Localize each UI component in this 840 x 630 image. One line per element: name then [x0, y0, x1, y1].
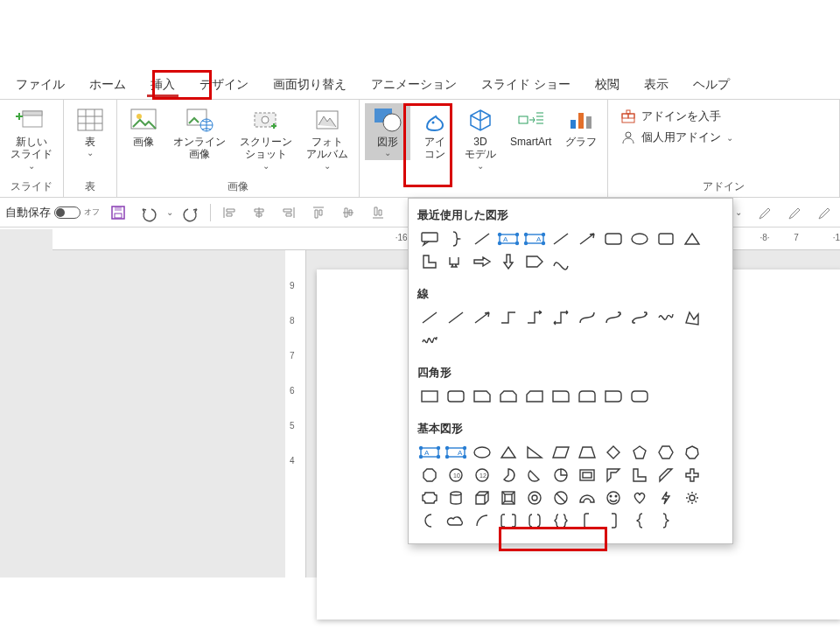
shape-rect7[interactable]: [575, 386, 599, 407]
align-right-button[interactable]: [277, 201, 300, 224]
tab-animations[interactable]: アニメーション: [359, 72, 469, 98]
shape-textbox-h2[interactable]: A: [417, 442, 442, 463]
shape-pentagon-arrow[interactable]: [522, 251, 547, 272]
tab-view[interactable]: 表示: [632, 72, 681, 98]
shape-can[interactable]: [444, 487, 468, 508]
smartart-button[interactable]: SmartArt: [505, 103, 556, 150]
save-button[interactable]: [107, 201, 130, 224]
align-bottom-button[interactable]: [367, 201, 389, 224]
shape-double-bracket-a[interactable]: [496, 510, 521, 531]
shape-rounded-rect[interactable]: [601, 228, 626, 249]
align-left-button[interactable]: [218, 201, 241, 224]
shape-line2[interactable]: [549, 228, 573, 249]
shapes-button[interactable]: 図形 ⌄: [365, 103, 410, 160]
new-slide-button[interactable]: 新しい スライド ⌄: [5, 103, 58, 173]
shape-hexagon[interactable]: [654, 442, 678, 463]
shape-donut[interactable]: [522, 487, 547, 508]
eyedropper-fill-button[interactable]: [752, 201, 775, 224]
shape-curve[interactable]: [549, 251, 573, 272]
shape-textbox-h[interactable]: A: [496, 228, 521, 249]
shape-cube[interactable]: [470, 487, 494, 508]
pictures-button[interactable]: 画像: [122, 103, 164, 150]
shape-right-brace2[interactable]: [654, 510, 678, 531]
qat-overflow-icon[interactable]: ⌄: [735, 207, 742, 217]
shape-diamond[interactable]: [601, 442, 626, 463]
3dmodels-button[interactable]: 3D モデル ⌄: [459, 103, 501, 173]
redo-button[interactable]: [180, 201, 203, 224]
shape-left-bracket[interactable]: [575, 510, 599, 531]
shape-rect6[interactable]: [549, 386, 573, 407]
shape-callout[interactable]: [417, 228, 442, 249]
shape-cloud[interactable]: [444, 510, 468, 531]
shape-u-turn[interactable]: [444, 251, 468, 272]
shape-elbow[interactable]: [496, 307, 521, 328]
shape-bevel[interactable]: [496, 487, 521, 508]
tab-review[interactable]: 校閲: [583, 72, 632, 98]
shape-rect8[interactable]: [601, 386, 626, 407]
shape-smiley[interactable]: [601, 487, 626, 508]
shape-scribble[interactable]: [417, 330, 442, 351]
shape-right-brace[interactable]: [444, 228, 468, 249]
align-top-button[interactable]: [307, 201, 330, 224]
shape-elbow-double[interactable]: [549, 307, 573, 328]
shape-rect2[interactable]: [444, 386, 468, 407]
tab-design[interactable]: デザイン: [187, 72, 261, 98]
tab-transitions[interactable]: 画面切り替え: [261, 72, 359, 98]
shape-double-brace[interactable]: [549, 510, 573, 531]
shape-curve-conn[interactable]: [575, 307, 599, 328]
shape-l-shape2[interactable]: [627, 465, 652, 486]
chart-button[interactable]: グラフ: [560, 103, 602, 150]
shape-frame[interactable]: [575, 465, 599, 486]
shape-freeform-poly[interactable]: [680, 307, 704, 328]
shape-sun[interactable]: [680, 487, 704, 508]
shape-freeform-curve[interactable]: [654, 307, 678, 328]
tab-slideshow[interactable]: スライド ショー: [469, 72, 583, 98]
undo-button[interactable]: [136, 201, 159, 224]
tab-insert[interactable]: 挿入: [138, 72, 187, 98]
shape-trapezoid[interactable]: [575, 442, 599, 463]
shape-line-arrow[interactable]: [470, 307, 494, 328]
shape-rect4[interactable]: [496, 386, 521, 407]
shape-diag-stripe[interactable]: [654, 465, 678, 486]
tab-file[interactable]: ファイル: [4, 72, 77, 98]
tab-home[interactable]: ホーム: [77, 72, 138, 98]
shape-octagon[interactable]: [417, 465, 442, 486]
photo-album-button[interactable]: フォト アルバム ⌄: [301, 103, 354, 173]
eyedropper-line-button[interactable]: [782, 201, 805, 224]
screenshot-button[interactable]: スクリーン ショット ⌄: [234, 103, 298, 173]
align-center-h-button[interactable]: [248, 201, 270, 224]
undo-dropdown-icon[interactable]: ⌄: [166, 207, 173, 217]
shape-no-symbol[interactable]: [549, 487, 573, 508]
shape-half-frame[interactable]: [601, 465, 626, 486]
shape-lightning[interactable]: [654, 487, 678, 508]
shape-cross[interactable]: [680, 465, 704, 486]
shape-curve-arrow[interactable]: [601, 307, 626, 328]
shape-arrow-line[interactable]: [575, 228, 599, 249]
shape-plaque[interactable]: [417, 487, 442, 508]
shape-block-arc[interactable]: [575, 487, 599, 508]
shape-line-a[interactable]: [417, 307, 442, 328]
shape-rect3[interactable]: [470, 386, 494, 407]
shape-rect9[interactable]: [627, 386, 652, 407]
eyedropper-font-button[interactable]: [812, 201, 835, 224]
get-addins-button[interactable]: アドインを入手: [620, 108, 733, 124]
shape-pie[interactable]: [496, 465, 521, 486]
shape-rect1[interactable]: [417, 386, 442, 407]
shape-chord[interactable]: [522, 465, 547, 486]
shape-dodecagon[interactable]: 12: [470, 465, 494, 486]
shape-left-brace[interactable]: [627, 510, 652, 531]
shape-line-b[interactable]: [444, 307, 468, 328]
shape-textbox-v[interactable]: A: [522, 228, 547, 249]
align-middle-v-button[interactable]: [337, 201, 360, 224]
shape-moon[interactable]: [417, 510, 442, 531]
shape-heptagon[interactable]: [680, 442, 704, 463]
table-button[interactable]: 表 ⌄: [69, 103, 111, 160]
shape-decagon[interactable]: 10: [444, 465, 468, 486]
shape-double-bracket-b[interactable]: [522, 510, 547, 531]
shape-curve-double[interactable]: [627, 307, 652, 328]
autosave-toggle[interactable]: 自動保存 オフ: [5, 205, 100, 220]
shape-right-triangle[interactable]: [522, 442, 547, 463]
shape-teardrop[interactable]: [549, 465, 573, 486]
icons-button[interactable]: アイ コン: [414, 103, 456, 163]
shape-down-arrow[interactable]: [496, 251, 521, 272]
